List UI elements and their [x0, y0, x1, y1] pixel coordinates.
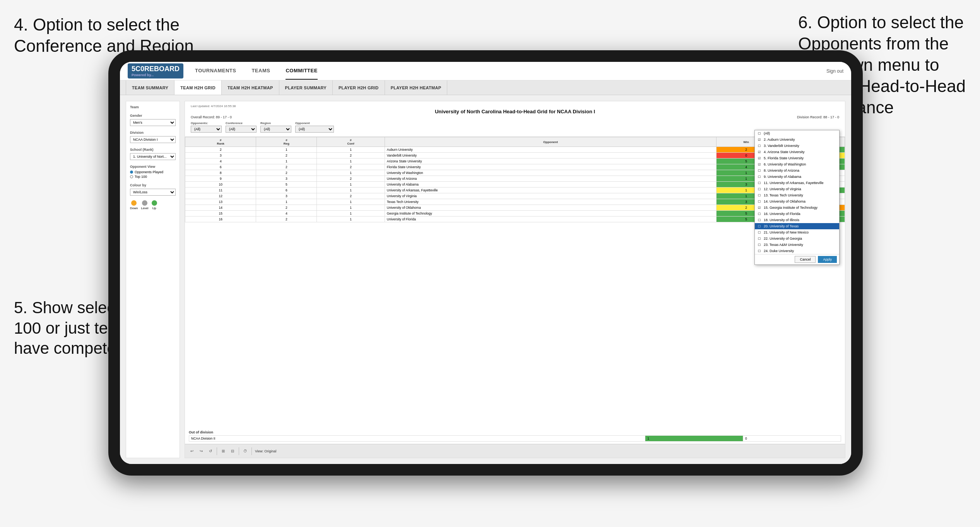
radio-opponents-played[interactable]: Opponents Played [130, 170, 176, 174]
school-select[interactable]: 1. University of Nort... [130, 153, 176, 160]
filter-row: Opponents: (All) Conference (All) [191, 121, 839, 135]
dd-label: 6. University of Washington [764, 162, 806, 166]
team-section: Team [130, 105, 176, 109]
dropdown-item[interactable]: ☑ 15. Georgia Institute of Technology [755, 205, 839, 211]
cell-opponent: Auburn University [385, 147, 716, 153]
opponent-filter-select[interactable]: (All) [295, 126, 334, 133]
overall-record-label: Overall Record: [191, 115, 215, 119]
subnav-player-summary[interactable]: PLAYER SUMMARY [279, 80, 333, 95]
grid-area: Last Updated: 4/7/2024 16:55:38 Universi… [185, 101, 845, 458]
undo-icon[interactable]: ↩ [189, 448, 195, 454]
cell-conf: 2 [317, 193, 385, 199]
dd-label: 20. University of Texas [764, 224, 799, 228]
dropdown-item[interactable]: ☑ 5. Florida State University [755, 155, 839, 161]
division-select[interactable]: NCAA Division I [130, 136, 176, 143]
dropdown-item[interactable]: ☑ 2. Auburn University [755, 136, 839, 143]
cell-rank: 2 [185, 147, 256, 153]
dropdown-item[interactable]: ☐ 16. University of Florida [755, 211, 839, 217]
dropdown-item[interactable]: ☐ (All) [755, 130, 839, 136]
subnav-team-h2h-grid[interactable]: TEAM H2H GRID [174, 80, 222, 95]
dropdown-item[interactable]: ☐ 13. Texas Tech University [755, 192, 839, 198]
cell-reg: 2 [256, 153, 317, 159]
table-row: 15 4 1 Georgia Institute of Technology 5… [185, 211, 845, 217]
dd-checkbox: ☐ [758, 243, 762, 247]
dd-label: 3. Vanderbilt University [764, 144, 799, 148]
toolbar-separator-2 [239, 447, 239, 455]
dropdown-item[interactable]: ☐ 8. University of Arizona [755, 167, 839, 174]
table-row: 4 1 1 Arizona State University 5 1 [185, 159, 845, 164]
col-conf: #Conf [317, 137, 385, 147]
dropdown-item[interactable]: ☐ 14. University of Oklahoma [755, 198, 839, 205]
copy-icon[interactable]: ⊞ [220, 448, 226, 454]
table-row: 9 3 2 University of Arizona 1 0 [185, 176, 845, 182]
dd-label: 8. University of Arizona [764, 169, 799, 172]
dropdown-item[interactable]: ☐ 22. University of Georgia [755, 235, 839, 242]
nav-teams[interactable]: TEAMS [251, 62, 270, 80]
subnav-player-h2h-heatmap[interactable]: PLAYER H2H HEATMAP [385, 80, 448, 95]
opponents-filter-select[interactable]: (All) [191, 126, 222, 133]
dd-label: 18. University of Illinois [764, 218, 799, 222]
dropdown-item[interactable]: ☐ 3. Vanderbilt University [755, 143, 839, 149]
col-rank: #Rank [185, 137, 256, 147]
nav-sign-out[interactable]: Sign out [826, 68, 843, 74]
dropdown-item[interactable]: ☐ 20. University of Texas [755, 223, 839, 229]
h2h-table: #Rank #Reg #Conf Opponent Win Loss 2 [185, 137, 845, 428]
dd-label: 22. University of Georgia [764, 237, 802, 240]
grid-icon[interactable]: ⊟ [229, 448, 236, 454]
cell-reg: 3 [256, 176, 317, 182]
dropdown-item[interactable]: ☐ 11. University of Arkansas, Fayettevil… [755, 180, 839, 186]
clock-icon[interactable]: ⏱ [242, 448, 248, 454]
legend-up: Up [152, 200, 157, 210]
apply-button[interactable]: Apply [818, 256, 837, 263]
logo-text: 5C0REBOARD [132, 65, 180, 73]
toolbar-separator [217, 447, 217, 455]
dd-label: 14. University of Oklahoma [764, 200, 806, 203]
table-row: 8 2 1 University of Washington 1 0 [185, 170, 845, 176]
last-updated: Last Updated: 4/7/2024 16:55:38 [191, 104, 839, 108]
division-section: Division NCAA Division I [130, 131, 176, 143]
division-record-value: 88 - 17 - 0 [823, 115, 839, 119]
dropdown-item[interactable]: ☐ 24. Duke University [755, 248, 839, 254]
dd-checkbox: ☐ [758, 175, 762, 179]
redo-icon[interactable]: ↪ [198, 448, 204, 454]
gender-select[interactable]: Men's [130, 119, 176, 126]
dropdown-item[interactable]: ☐ 21. University of New Mexico [755, 229, 839, 235]
cell-rank: 15 [185, 211, 256, 217]
nav-committee[interactable]: COMMITTEE [286, 62, 318, 80]
subnav-team-summary[interactable]: TEAM SUMMARY [126, 80, 174, 95]
radio-top-100[interactable]: Top 100 [130, 175, 176, 179]
cell-opponent: University of Alabama [385, 182, 716, 188]
cell-conf: 1 [317, 211, 385, 217]
cell-rank: 3 [185, 153, 256, 159]
cell-conf: 1 [317, 159, 385, 164]
dd-label: 11. University of Arkansas, Fayetteville [764, 181, 824, 185]
dropdown-item[interactable]: ☑ 6. University of Washington [755, 161, 839, 167]
colour-select[interactable]: Win/Loss [130, 189, 176, 196]
colour-label: Colour by [130, 183, 176, 187]
gender-section: Gender Men's [130, 114, 176, 126]
refresh-icon[interactable]: ↺ [207, 448, 214, 454]
nav-tournaments[interactable]: TOURNAMENTS [195, 62, 236, 80]
subnav-team-h2h-heatmap[interactable]: TEAM H2H HEATMAP [222, 80, 279, 95]
dd-checkbox: ☐ [758, 231, 762, 234]
grid-header: Last Updated: 4/7/2024 16:55:38 Universi… [185, 101, 845, 137]
dropdown-item[interactable]: ☑ 4. Arizona State University [755, 149, 839, 155]
dd-checkbox: ☑ [758, 163, 762, 166]
opponents-filter-label: Opponents: [191, 121, 222, 125]
cell-reg: 4 [256, 211, 317, 217]
dd-checkbox: ☐ [758, 249, 762, 253]
cancel-button[interactable]: Cancel [795, 256, 816, 263]
conference-filter-select[interactable]: (All) [226, 126, 257, 133]
dropdown-item[interactable]: ☐ 12. University of Virginia [755, 186, 839, 192]
subnav-player-h2h-grid[interactable]: PLAYER H2H GRID [333, 80, 385, 95]
dropdown-item[interactable]: ☐ 23. Texas A&M University [755, 242, 839, 248]
school-section: School (Rank) 1. University of Nort... [130, 148, 176, 160]
dropdown-item[interactable]: ☐ 9. University of Alabama [755, 174, 839, 180]
region-filter-select[interactable]: (All) [260, 126, 291, 133]
cell-conf: 1 [317, 147, 385, 153]
cell-conf: 2 [317, 153, 385, 159]
dd-label: 9. University of Alabama [764, 175, 801, 179]
division-record: Division Record: 88 - 17 - 0 [797, 115, 839, 119]
dropdown-item[interactable]: ☐ 18. University of Illinois [755, 217, 839, 223]
opponent-dropdown[interactable]: ☐ (All) ☑ 2. Auburn University ☐ 3. Vand… [754, 130, 840, 265]
